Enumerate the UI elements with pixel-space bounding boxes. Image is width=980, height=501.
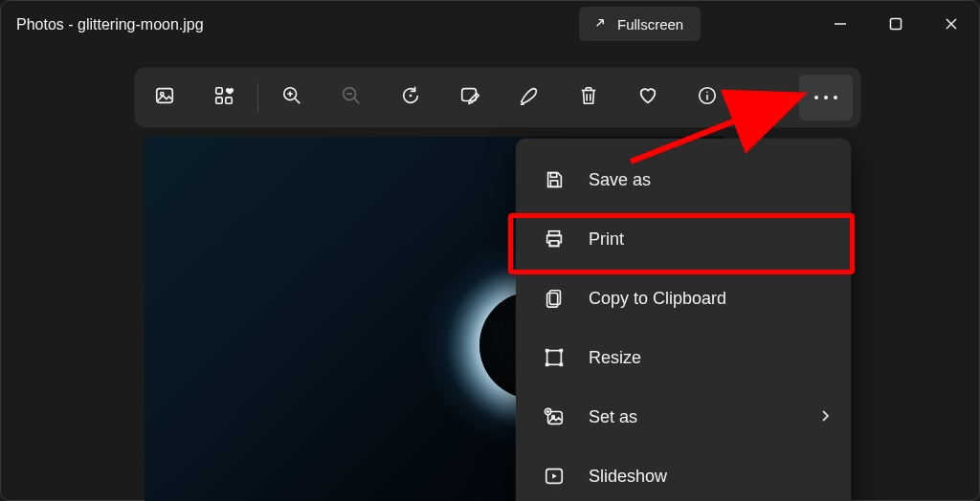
toolbar-separator	[257, 83, 258, 112]
heart-icon	[637, 85, 658, 110]
menu-label: Set as	[589, 407, 637, 427]
set-as-icon	[543, 406, 566, 427]
svg-rect-30	[546, 349, 549, 353]
svg-rect-1	[891, 19, 902, 30]
menu-label: Slideshow	[589, 467, 667, 487]
trash-icon	[578, 85, 599, 110]
svg-rect-24	[550, 181, 557, 186]
app-window: Photos - glittering-moon.jpg Fullscreen	[0, 0, 980, 501]
svg-rect-8	[226, 98, 232, 103]
svg-rect-23	[550, 173, 556, 178]
svg-rect-4	[157, 89, 173, 103]
more-options-button[interactable]	[799, 75, 853, 120]
svg-rect-6	[216, 88, 222, 94]
all-photos-button[interactable]	[194, 68, 254, 127]
info-icon	[697, 85, 718, 110]
minimize-button[interactable]	[813, 1, 868, 47]
svg-rect-29	[547, 351, 562, 365]
menu-save-as[interactable]: Save as	[516, 150, 851, 209]
menu-set-as[interactable]: Set as	[516, 387, 851, 447]
menu-label: Resize	[589, 348, 641, 368]
svg-point-16	[410, 95, 412, 98]
menu-slideshow[interactable]: Slideshow	[516, 447, 851, 501]
ellipsis-icon	[814, 96, 818, 99]
maximize-button[interactable]	[868, 1, 924, 47]
favorite-button[interactable]	[618, 68, 678, 127]
chevron-right-icon	[820, 407, 830, 427]
close-button[interactable]	[924, 1, 979, 47]
svg-rect-17	[462, 89, 477, 101]
menu-copy-clipboard[interactable]: Copy to Clipboard	[516, 269, 851, 328]
grid-heart-icon	[213, 85, 234, 110]
edit-button[interactable]	[440, 68, 500, 127]
info-button[interactable]	[678, 68, 737, 127]
title-bar: Photos - glittering-moon.jpg Fullscreen	[1, 1, 979, 49]
delete-button[interactable]	[559, 68, 618, 127]
window-title: Photos - glittering-moon.jpg	[16, 16, 204, 33]
svg-point-22	[706, 92, 708, 94]
zoom-out-icon	[341, 85, 362, 110]
svg-rect-26	[549, 241, 558, 247]
resize-icon	[543, 347, 566, 368]
zoom-in-icon	[281, 85, 302, 110]
print-icon	[543, 229, 566, 250]
rotate-icon	[400, 85, 421, 110]
rotate-button[interactable]	[381, 68, 440, 127]
edit-image-icon	[459, 85, 480, 110]
markup-button[interactable]	[500, 68, 559, 127]
fullscreen-button[interactable]: Fullscreen	[579, 7, 701, 41]
menu-label: Copy to Clipboard	[589, 289, 726, 309]
menu-label: Save as	[589, 170, 651, 190]
clipboard-icon	[543, 288, 566, 309]
slideshow-icon	[543, 466, 566, 487]
pen-icon	[519, 85, 540, 110]
svg-line-10	[295, 98, 300, 103]
more-options-menu: Save as Print Copy to Clipboard Resize S…	[516, 139, 851, 501]
fullscreen-label: Fullscreen	[617, 16, 683, 33]
menu-label: Print	[589, 229, 624, 250]
fullscreen-icon	[592, 15, 608, 33]
zoom-in-button[interactable]	[262, 68, 322, 127]
window-controls	[813, 1, 979, 47]
svg-rect-7	[216, 98, 222, 103]
menu-resize[interactable]: Resize	[516, 328, 851, 387]
svg-rect-32	[546, 363, 549, 367]
svg-rect-33	[560, 363, 564, 367]
image-icon	[154, 85, 175, 110]
svg-line-14	[354, 98, 359, 103]
toolbar	[135, 68, 860, 127]
menu-print[interactable]: Print	[516, 209, 851, 269]
svg-rect-31	[560, 349, 564, 353]
zoom-out-button[interactable]	[322, 68, 381, 127]
save-icon	[543, 169, 566, 190]
image-view-button[interactable]	[135, 68, 194, 127]
